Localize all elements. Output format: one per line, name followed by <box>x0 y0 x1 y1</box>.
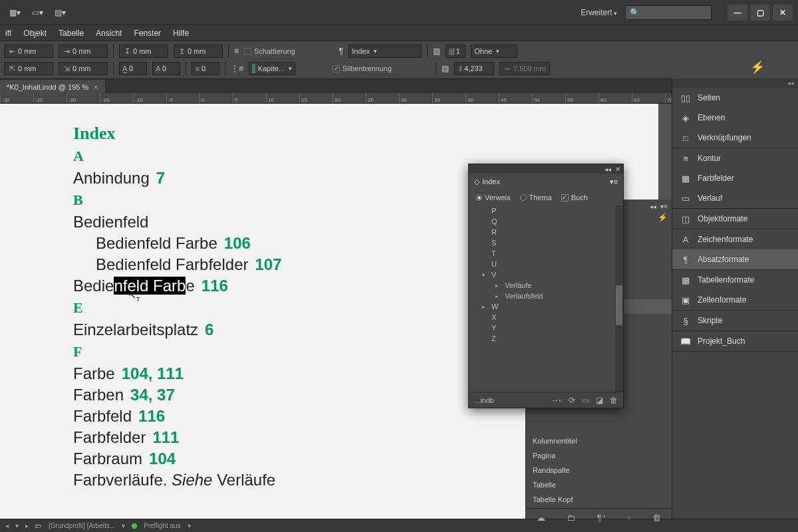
dropdown-icon[interactable]: ▾ <box>122 522 125 529</box>
shading-swatch-dropdown[interactable]: Kapite... <box>249 62 295 75</box>
open-icon[interactable]: 🗁 <box>35 522 42 529</box>
quick-apply-icon[interactable]: ⚡ <box>750 60 765 74</box>
hyphenation-checkbox[interactable]: ✓Silbentrennung <box>332 65 392 72</box>
index-panel[interactable]: ◂◂ ✕ ◇ Index ▾≡ Verweis Thema ✓Buch PQRS… <box>468 164 624 408</box>
first-line-indent-field[interactable]: ⇱ <box>4 62 53 75</box>
panel-menu-icon[interactable]: ▾≡ <box>660 203 668 210</box>
style-row[interactable]: Tipp <box>526 507 672 508</box>
index-subrow[interactable]: ▸Verläufe <box>469 280 623 291</box>
delete-style-icon[interactable]: 🗑 <box>652 513 661 523</box>
page-nav-dropdown[interactable]: ▾ <box>15 522 19 529</box>
delete-icon[interactable]: 🗑 <box>610 396 618 405</box>
span-columns-dropdown[interactable]: Ohne <box>471 45 517 58</box>
columns-count-field[interactable]: ||| <box>446 45 466 58</box>
menu-ansicht[interactable]: Ansicht <box>96 29 122 38</box>
panel-objektformate[interactable]: ◫Objektformate <box>672 209 798 229</box>
menu-hilfe[interactable]: Hilfe <box>173 29 189 38</box>
shading-checkbox[interactable]: Schattierung <box>244 47 295 55</box>
index-letter-row[interactable]: ▸W <box>469 301 623 312</box>
index-letter-row[interactable]: ▾V <box>469 269 623 280</box>
panel-menu-icon[interactable]: ▾≡ <box>610 178 618 186</box>
panel-kontur[interactable]: ≡Kontur <box>672 148 798 168</box>
menu-objekt[interactable]: Objekt <box>23 29 47 38</box>
cloud-icon[interactable]: ☁ <box>537 513 545 523</box>
panel-zellenformate[interactable]: ▣Zellenformate <box>672 290 798 310</box>
bulleted-list-icon[interactable]: ≡ <box>234 47 239 56</box>
clear-override-icon[interactable]: ¶⁺ <box>597 513 606 523</box>
workspace-selector[interactable]: Erweitert <box>581 8 617 17</box>
dropdown-icon[interactable]: ▾ <box>188 522 191 529</box>
indent-right-field[interactable]: ⇥ <box>59 45 108 58</box>
dock-collapse-icon[interactable]: ◂◂ <box>787 80 794 86</box>
drop-cap-lines-field[interactable]: A̲ <box>119 62 147 75</box>
index-letter-row[interactable]: Z <box>469 333 623 344</box>
new-style-icon[interactable]: ▫ <box>628 513 631 523</box>
arrange-docs-icon[interactable]: ▤▾ <box>51 3 69 22</box>
index-letter-row[interactable]: Q <box>469 216 623 227</box>
align-grid-icon[interactable]: ▤ <box>442 64 449 73</box>
window-maximize-button[interactable]: ▢ <box>750 5 770 21</box>
indent-left-field[interactable]: ⇤ <box>4 45 53 58</box>
style-row[interactable]: Kolumnentitel <box>526 434 672 448</box>
window-minimize-button[interactable]: — <box>728 5 747 21</box>
style-row[interactable]: Pagina <box>526 448 672 463</box>
panel-farbfelder[interactable]: ▦Farbfelder <box>672 168 798 188</box>
style-row[interactable]: Randspalte <box>526 463 672 477</box>
drop-cap-chars-field[interactable]: Ạ <box>152 62 180 75</box>
index-letter-row[interactable]: Y <box>469 323 623 333</box>
panel-verlauf[interactable]: ▭Verlauf <box>672 188 798 208</box>
screen-mode-icon[interactable]: ▭▾ <box>28 3 47 22</box>
buch-checkbox[interactable]: ✓Buch <box>561 194 588 201</box>
index-letter-row[interactable]: X <box>469 312 623 323</box>
new-entry-icon[interactable]: →▫ <box>551 396 562 405</box>
panel-close-icon[interactable]: ✕ <box>615 166 620 173</box>
panel-seiten[interactable]: ▯▯Seiten <box>672 88 798 108</box>
thema-radio[interactable]: Thema <box>520 194 552 201</box>
index-letter-row[interactable]: U <box>469 259 623 269</box>
space-before-field[interactable]: ↧ <box>119 45 168 58</box>
index-letter-row[interactable]: P <box>469 205 623 216</box>
window-close-button[interactable]: ✕ <box>773 5 793 21</box>
paragraph-style-icon[interactable]: ¶ <box>339 47 343 56</box>
numbered-list-icon[interactable]: ⋮≡ <box>231 64 243 73</box>
index-subrow[interactable]: ▸Verlaufsfeld <box>469 291 623 301</box>
page-nav-next-icon[interactable]: ▸ <box>25 522 29 529</box>
index-panel-tab[interactable]: ◇ Index <box>474 178 500 186</box>
generate-index-icon[interactable]: ▭ <box>582 396 589 405</box>
index-letter-row[interactable]: S <box>469 237 623 248</box>
index-letter-row[interactable]: T <box>469 248 623 259</box>
menu-fenster[interactable]: Fenster <box>134 29 161 38</box>
close-tab-icon[interactable]: × <box>94 83 98 91</box>
baseline-grid-field[interactable]: ≡ <box>192 62 219 75</box>
update-icon[interactable]: ⟳ <box>569 396 575 405</box>
last-line-indent-field[interactable]: ⇲ <box>59 62 108 75</box>
panel-zeichenformate[interactable]: AZeichenformate <box>672 229 798 249</box>
verweis-radio[interactable]: Verweis <box>475 194 511 201</box>
panel-skripte[interactable]: §Skripte <box>672 311 798 331</box>
page-nav-prev-icon[interactable]: ◂ <box>5 522 9 529</box>
panel-collapse-icon[interactable]: ◂◂ <box>604 166 611 173</box>
space-after-field[interactable]: ↥ <box>174 45 223 58</box>
menu-tabelle[interactable]: Tabelle <box>59 29 84 38</box>
panel-ebenen[interactable]: ◈Ebenen <box>672 108 798 128</box>
gutter-field[interactable]: ⫴ <box>454 62 494 75</box>
panel-verknupfungen[interactable]: ⏍Verknüpfungen <box>672 128 798 148</box>
panel-projekt-buch[interactable]: 📖Projekt_Buch <box>672 331 798 351</box>
index-letter-row[interactable]: R <box>469 227 623 237</box>
scrollbar[interactable] <box>615 205 623 392</box>
new-icon[interactable]: ◪ <box>596 396 603 405</box>
preflight-label[interactable]: Preflight aus <box>144 522 181 529</box>
help-search[interactable]: 🔍 <box>625 5 712 20</box>
index-list[interactable]: PQRSTU▾V▸Verläufe▸Verlaufsfeld▸WXYZ <box>469 205 623 392</box>
columns-icon[interactable]: ▥ <box>433 47 440 56</box>
menu-schrift[interactable]: ift <box>5 29 11 38</box>
style-row[interactable]: Tabelle <box>526 477 672 492</box>
scrollbar-thumb[interactable] <box>616 285 622 325</box>
document-tab[interactable]: *K0_Inhalt.indd @ 195 % × <box>0 80 105 94</box>
panel-absatzformate[interactable]: ¶Absatzformate <box>672 249 798 269</box>
panel-tabellenformate[interactable]: ▦Tabellenformate <box>672 270 798 290</box>
paragraph-style-dropdown[interactable]: Index <box>348 45 422 58</box>
style-row[interactable]: Tabelle Kopf <box>526 492 672 507</box>
view-modes-icon[interactable]: ▦▾ <box>5 3 24 22</box>
bolt-icon[interactable]: ⚡ <box>658 213 668 222</box>
